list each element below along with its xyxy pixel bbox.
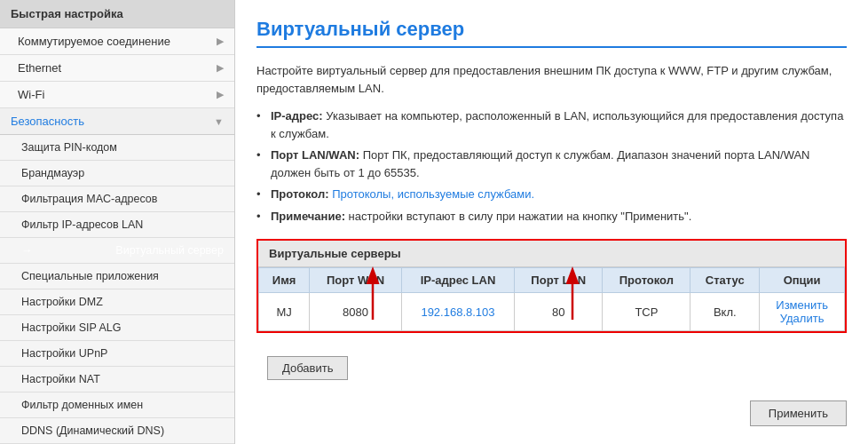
chevron-right-icon: ▶ [217, 62, 224, 74]
cell-0-4: TCP [603, 293, 690, 331]
bullet-item-3: Примечание: настройки вступают в силу пр… [256, 208, 847, 226]
switched-connection-label: Коммутируемое соединение [18, 35, 170, 48]
sidebar: Быстрая настройка Коммутируемое соединен… [0, 0, 235, 444]
add-button[interactable]: Добавить [267, 356, 348, 380]
sidebar-item-2[interactable]: Фильтрация MAC-адресов [0, 186, 234, 212]
sidebar-item-wifi[interactable]: Wi-Fi ▶ [0, 82, 234, 108]
chevron-right-icon: ▶ [217, 36, 224, 47]
delete-link-0[interactable]: Удалить [769, 312, 835, 325]
wifi-label: Wi-Fi [18, 88, 44, 101]
security-header[interactable]: Безопасность ▼ [0, 108, 234, 135]
sidebar-item-9[interactable]: Настройки NAT [0, 367, 234, 392]
sidebar-item-0[interactable]: Защита PIN-кодом [0, 135, 234, 161]
apply-button[interactable]: Применить [750, 400, 847, 426]
col-header-3: Порт LAN [514, 268, 602, 293]
col-header-6: Опции [760, 268, 845, 293]
quick-setup-label: Быстрая настройка [11, 7, 123, 20]
sidebar-item-10[interactable]: Фильтр доменных имен [0, 392, 234, 418]
bullet-item-1: Порт LAN/WAN: Порт ПК, предоставляющий д… [256, 147, 847, 181]
sidebar-item-11[interactable]: DDNS (Динамический DNS) [0, 418, 234, 444]
col-header-2: IP-адрес LAN [401, 268, 514, 293]
col-header-4: Протокол [603, 268, 690, 293]
bullet-list: IP-адрес: Указывает на компьютер, распол… [256, 107, 847, 225]
table-body: MJ8080192.168.8.10380TCPВкл.ИзменитьУдал… [259, 293, 845, 331]
table-row-0: MJ8080192.168.8.10380TCPВкл.ИзменитьУдал… [259, 293, 845, 331]
ethernet-label: Ethernet [18, 61, 61, 75]
bullet-item-0: IP-адрес: Указывает на компьютер, распол… [256, 107, 847, 142]
sidebar-item-6[interactable]: Настройки DMZ [0, 289, 234, 315]
options-cell-0: ИзменитьУдалить [760, 293, 845, 331]
virtual-servers-section: Виртуальные серверы ИмяПорт WANIP-адрес … [256, 239, 847, 333]
chevron-down-icon: ▼ [214, 116, 224, 127]
cell-0-2: 192.168.8.103 [401, 293, 514, 331]
sidebar-item-1[interactable]: Брандмауэр [0, 161, 234, 186]
bullet-item-2: Протокол: Протоколы, используемые служба… [256, 186, 847, 203]
sidebar-item-5[interactable]: Специальные приложения [0, 264, 234, 289]
col-header-1: Порт WAN [310, 268, 402, 293]
edit-link-0[interactable]: Изменить [769, 298, 835, 312]
sidebar-item-7[interactable]: Настройки SIP ALG [0, 315, 234, 341]
table-section-title: Виртуальные серверы [258, 241, 845, 267]
cell-0-3: 80 [514, 293, 602, 331]
table-header: ИмяПорт WANIP-адрес LANПорт LANПротоколС… [259, 268, 845, 293]
page-title: Виртуальный сервер [256, 18, 847, 48]
col-header-5: Статус [690, 268, 760, 293]
sidebar-item-switched-connection[interactable]: Коммутируемое соединение ▶ [0, 28, 234, 55]
sidebar-item-ethernet[interactable]: Ethernet ▶ [0, 55, 234, 82]
sidebar-item-8[interactable]: Настройки UPnP [0, 341, 234, 367]
sidebar-item-3[interactable]: Фильтр IP-адресов LAN [0, 212, 234, 238]
cell-0-1: 8080 [310, 293, 402, 331]
chevron-right-icon: ▶ [217, 89, 224, 100]
security-submenu: Защита PIN-кодомБрандмауэрФильтрация MAC… [0, 135, 234, 444]
security-label: Безопасность [11, 115, 84, 128]
sidebar-item-4[interactable]: Виртуальный сервер [0, 238, 234, 264]
col-header-0: Имя [259, 268, 310, 293]
cell-0-0: MJ [259, 293, 310, 331]
quick-setup-header[interactable]: Быстрая настройка [0, 0, 234, 28]
virtual-servers-table: ИмяПорт WANIP-адрес LANПорт LANПротоколС… [258, 267, 845, 331]
main-content: Виртуальный сервер Настройте виртуальный… [235, 0, 868, 444]
cell-0-5: Вкл. [690, 293, 760, 331]
description-text: Настройте виртуальный сервер для предост… [256, 62, 847, 97]
